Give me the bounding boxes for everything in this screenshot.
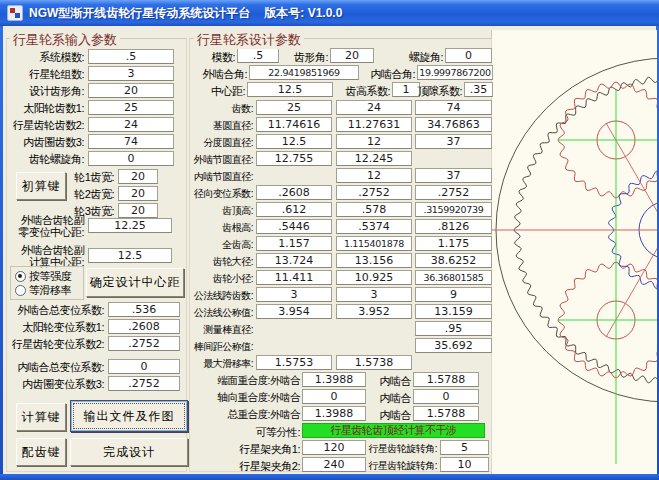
pitch-dia-ring-box[interactable]: 37 — [415, 134, 492, 149]
planet-rotation2-box[interactable]: 10 — [440, 457, 489, 472]
addendum-sun-box[interactable]: .612 — [256, 202, 332, 217]
system-modulus-input[interactable]: .5 — [88, 49, 174, 64]
outer-dia-planet-box[interactable]: 13.156 — [336, 253, 412, 268]
field-label: 顶隙系数: — [408, 84, 462, 99]
dedendum-ring-box[interactable]: .8126 — [415, 219, 492, 234]
row-label: 内啮合 — [373, 391, 411, 406]
radio-equal-strength[interactable]: 按等强度 — [15, 269, 71, 284]
radial-shift-planet-box[interactable]: .2752 — [336, 185, 412, 200]
base-dia-sun-box[interactable]: 11.74616 — [256, 117, 332, 132]
ext-working-dia-planet-box[interactable]: 12.245 — [336, 151, 412, 166]
radial-shift-ring-box[interactable]: .2752 — [415, 185, 492, 200]
planet-rotation1-box[interactable]: 5 — [440, 440, 489, 455]
face-overlap-ext-box[interactable]: 1.3988 — [302, 372, 366, 387]
planet-count-input[interactable]: 3 — [88, 66, 174, 81]
root-dia-planet-box[interactable]: 10.925 — [336, 270, 412, 285]
pitch-dia-planet-box[interactable]: 12 — [336, 134, 412, 149]
root-dia-sun-box[interactable]: 11.411 — [256, 270, 332, 285]
max-slip-planet-box[interactable]: 1.5738 — [336, 355, 412, 370]
zero-shift-center-distance-input[interactable]: 12.25 — [88, 218, 172, 233]
gear-match-button[interactable]: 配齿键 — [16, 438, 66, 466]
addendum-ring-box[interactable]: .3159920739 — [415, 202, 492, 217]
row-label: 行星齿轮旋转角: — [357, 459, 437, 473]
base-dia-planet-box[interactable]: 11.27631 — [336, 117, 412, 132]
dedendum-sun-box[interactable]: .5446 — [256, 219, 332, 234]
helix-angle-input[interactable]: 0 — [88, 151, 174, 166]
row-label: 棒间距公称值: — [185, 340, 253, 354]
input-panel-title: 行星轮系输入参数 — [10, 31, 120, 49]
ring-shift-coef-input[interactable]: .2752 — [108, 376, 180, 391]
span-teeth-ring-box[interactable]: 9 — [415, 287, 492, 302]
finish-design-button[interactable]: 完成设计 — [70, 438, 188, 466]
version-label: 版本号: V1.0.0 — [264, 5, 342, 22]
row-label: 分度圆直径: — [185, 136, 253, 150]
field-label: 齿高系数: — [335, 84, 390, 99]
radio-label: 等滑移率 — [29, 283, 71, 298]
field-label: 设计齿形角: — [0, 84, 84, 99]
teeth-ring-box[interactable]: 74 — [415, 100, 492, 115]
root-dia-ring-box[interactable]: 36.36801585 — [415, 270, 492, 285]
design-panel-title: 行星轮系设计参数 — [194, 31, 304, 49]
width3-input[interactable]: 20 — [118, 203, 158, 218]
total-overlap-int-box[interactable]: 1.5788 — [413, 406, 479, 421]
base-dia-ring-box[interactable]: 34.76863 — [415, 117, 492, 132]
axial-overlap-int-box[interactable]: 0 — [413, 389, 479, 404]
row-label: 总重合度:外啮合 — [190, 408, 300, 422]
external-mesh-angle-box[interactable]: 22.9419851969 — [249, 65, 359, 80]
dedendum-planet-box[interactable]: .5374 — [336, 219, 412, 234]
span-width-ring-box[interactable]: 13.159 — [415, 304, 492, 319]
outer-dia-sun-box[interactable]: 13.724 — [256, 253, 332, 268]
outer-dia-ring-box[interactable]: 38.6252 — [415, 253, 492, 268]
ring-teeth-input[interactable]: 74 — [88, 134, 174, 149]
teeth-planet-box[interactable]: 24 — [336, 100, 412, 115]
radial-shift-sun-box[interactable]: .2608 — [256, 185, 332, 200]
calc-center-distance-input[interactable]: 12.5 — [88, 248, 172, 263]
row-label: 端面重合度:外啮合 — [190, 374, 300, 388]
sun-teeth-input[interactable]: 25 — [88, 100, 174, 115]
span-width-planet-box[interactable]: 3.952 — [336, 304, 412, 319]
total-overlap-ext-box[interactable]: 1.3988 — [302, 406, 366, 421]
confirm-center-distance-button[interactable]: 确定设计中心距 — [86, 268, 184, 297]
face-overlap-int-box[interactable]: 1.5788 — [413, 372, 479, 387]
row-label: 齿根高: — [185, 221, 253, 235]
radio-equal-slip[interactable]: 等滑移率 — [15, 283, 71, 298]
ext-total-shift-coef-input[interactable]: .536 — [108, 302, 180, 317]
pitch-dia-sun-box[interactable]: 12.5 — [256, 134, 332, 149]
int-total-shift-coef-input[interactable]: 0 — [108, 359, 180, 374]
span-width-sun-box[interactable]: 3.954 — [256, 304, 332, 319]
width2-input[interactable]: 20 — [118, 186, 158, 201]
ext-working-dia-sun-box[interactable]: 12.755 — [256, 151, 332, 166]
whole-depth-ring-box[interactable]: 1.175 — [415, 236, 492, 251]
calculate-button[interactable]: 计算键 — [16, 403, 66, 431]
width1-input[interactable]: 20 — [118, 169, 158, 184]
clearance-coef-box[interactable]: .35 — [464, 82, 493, 97]
span-teeth-sun-box[interactable]: 3 — [256, 287, 332, 302]
center-distance-box[interactable]: 12.5 — [247, 82, 333, 97]
max-slip-sun-box[interactable]: 1.5753 — [256, 355, 332, 370]
whole-depth-sun-box[interactable]: 1.157 — [256, 236, 332, 251]
axial-overlap-ext-box[interactable]: 0 — [302, 389, 366, 404]
addendum-planet-box[interactable]: .578 — [336, 202, 412, 217]
gear-diagram — [492, 30, 657, 474]
whole-depth-planet-box[interactable]: 1.115401878 — [336, 236, 412, 251]
profile-angle-box[interactable]: 20 — [330, 48, 374, 63]
window-title: NGW型渐开线齿轮行星传动系统设计平台 — [29, 5, 250, 22]
pin-distance-ring-box[interactable]: 35.692 — [415, 338, 492, 353]
int-working-dia-planet-box[interactable]: 12 — [336, 168, 412, 183]
teeth-sun-box[interactable]: 25 — [256, 100, 332, 115]
row-label: 外啮节圆直径: — [185, 153, 253, 167]
int-working-dia-ring-box[interactable]: 37 — [415, 168, 492, 183]
sun-shift-coef-input[interactable]: .2608 — [108, 319, 180, 334]
row-label: 可等分性: — [190, 425, 300, 440]
planet-teeth-input[interactable]: 24 — [88, 117, 174, 132]
pressure-angle-input[interactable]: 20 — [88, 83, 174, 98]
row-label: 行星架夹角2: — [190, 459, 300, 474]
planet-shift-coef-input[interactable]: .2752 — [108, 336, 180, 351]
pin-dia-ring-box[interactable]: .95 — [415, 321, 492, 336]
span-teeth-planet-box[interactable]: 3 — [336, 287, 412, 302]
output-file-draw-button[interactable]: 输出文件及作图 — [70, 400, 188, 432]
field-label: 内齿圈齿数3: — [0, 135, 84, 150]
helix-angle-box[interactable]: 0 — [445, 48, 492, 63]
modulus-box[interactable]: .5 — [237, 48, 279, 63]
internal-mesh-angle-box[interactable]: 19.9997867200 — [417, 65, 493, 80]
